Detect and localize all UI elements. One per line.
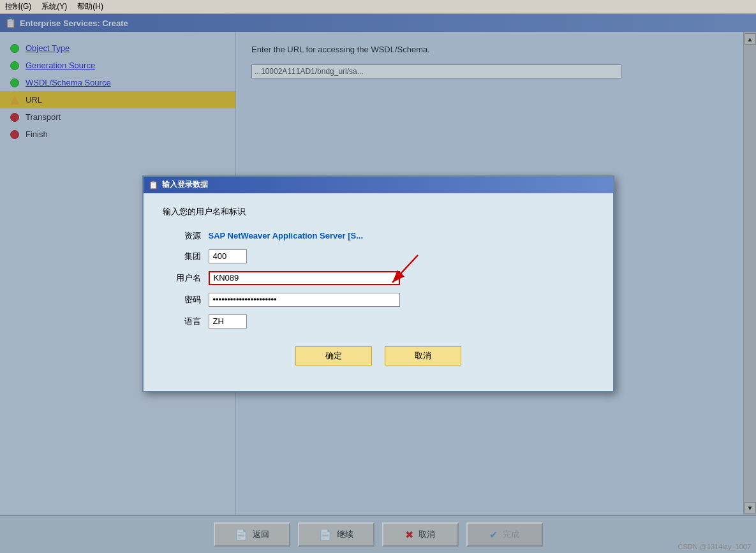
modal-confirm-button[interactable]: 确定: [295, 346, 372, 365]
form-row-source: 资源 SAP NetWeaver Application Server [S..…: [163, 230, 594, 242]
group-label: 集团: [163, 251, 201, 262]
group-input[interactable]: [209, 249, 247, 263]
modal-overlay: 📋 输入登录数据 输入您的用户名和标识 资源 SAP NetWeaver App…: [0, 14, 756, 553]
username-label: 用户名: [163, 272, 201, 284]
modal-cancel-button[interactable]: 取消: [385, 346, 461, 365]
menu-control[interactable]: 控制(G): [5, 1, 31, 12]
menu-system[interactable]: 系统(Y): [41, 1, 67, 12]
language-input[interactable]: [209, 314, 247, 328]
modal-title-icon: 📋: [149, 181, 158, 189]
menu-bar: 控制(G) 系统(Y) 帮助(H): [0, 0, 756, 14]
form-row-language: 语言: [163, 314, 594, 328]
password-input[interactable]: [209, 293, 400, 307]
username-input[interactable]: [209, 271, 400, 285]
modal-title-bar: 📋 输入登录数据: [144, 177, 613, 193]
modal-title-text: 输入登录数据: [162, 179, 208, 190]
menu-help[interactable]: 帮助(H): [77, 1, 103, 12]
password-label: 密码: [163, 294, 201, 306]
form-row-username: 用户名: [163, 271, 594, 285]
form-row-password: 密码: [163, 293, 594, 307]
modal-body: 输入您的用户名和标识 资源 SAP NetWeaver Application …: [144, 193, 613, 391]
source-value: SAP NetWeaver Application Server [S...: [209, 231, 364, 240]
form-row-group: 集团: [163, 249, 594, 263]
login-dialog: 📋 输入登录数据 输入您的用户名和标识 资源 SAP NetWeaver App…: [142, 175, 614, 392]
main-window: 📋 Enterprise Services: Create Object Typ…: [0, 14, 756, 553]
language-label: 语言: [163, 316, 201, 327]
modal-footer: 确定 取消: [163, 336, 594, 378]
modal-subtitle: 输入您的用户名和标识: [163, 206, 594, 218]
watermark: CSDN @1314lay_1007: [678, 543, 751, 550]
source-label: 资源: [163, 230, 201, 242]
